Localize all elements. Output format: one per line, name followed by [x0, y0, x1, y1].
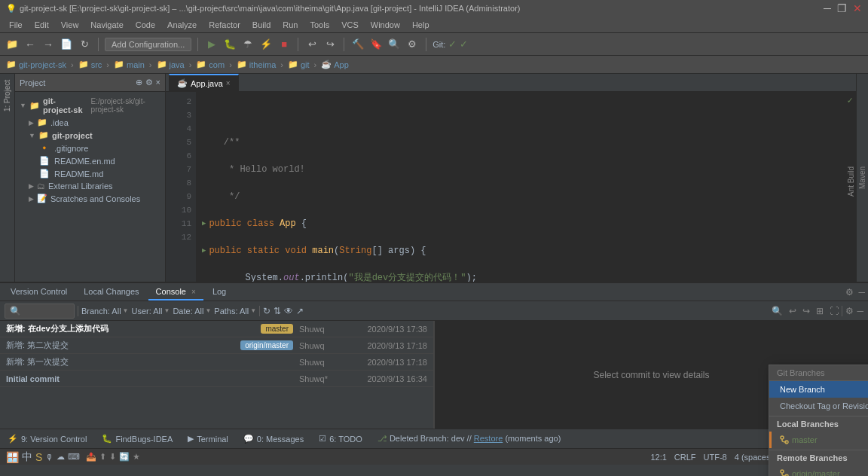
project-panel-header: Project ⊕ ⚙ × [15, 74, 165, 92]
maven-panel[interactable]: Maven Ant Build [856, 74, 868, 282]
maven-label[interactable]: Maven [857, 160, 868, 195]
toolbar-undo-icon[interactable]: ↩ [304, 37, 319, 52]
restore-link[interactable]: Restore [474, 434, 503, 443]
gear-icon[interactable]: ⚙ [145, 78, 153, 87]
tree-readme-en[interactable]: 📄 README.en.md [15, 154, 165, 167]
menu-view[interactable]: View [55, 19, 85, 31]
bottom-hide-icon[interactable]: ─ [858, 287, 865, 298]
titlebar-controls[interactable]: ─ ❐ ✕ [824, 2, 862, 14]
toolbar-bookmark-icon[interactable]: 🔖 [368, 37, 384, 52]
vc-tab-version-control[interactable]: ⚡ 9: Version Control [0, 431, 94, 447]
ctx-new-branch[interactable]: New Branch [769, 381, 868, 398]
menu-code[interactable]: Code [130, 19, 161, 31]
search2-icon[interactable]: 🔍 [772, 306, 783, 316]
bottom-settings-icon[interactable]: ⚙ [845, 287, 854, 298]
nav-git-project-sk[interactable]: 📁 git-project-sk [3, 58, 69, 71]
menu-build[interactable]: Build [246, 19, 277, 31]
menu-navigate[interactable]: Navigate [84, 19, 129, 31]
tree-root[interactable]: ▼ 📁 git-project-sk E:/project-sk/git-pro… [15, 95, 165, 116]
project-panel-label[interactable]: 1: Project [2, 74, 13, 117]
menu-file[interactable]: File [3, 19, 29, 31]
code-content[interactable]: /** * Hello world! */ ▶public class App … [196, 92, 844, 282]
search-input[interactable] [24, 307, 69, 316]
menu-edit[interactable]: Edit [29, 19, 55, 31]
user-filter-dropdown[interactable]: User: All ▼ [132, 307, 170, 316]
sync-icon[interactable]: ⊕ [136, 78, 142, 87]
nav-main[interactable]: 📁 main [111, 58, 148, 71]
vc-tab-messages[interactable]: 💬 0: Messages [236, 431, 311, 447]
tree-readme[interactable]: 📄 README.md [15, 167, 165, 180]
ctx-origin-master[interactable]: origin/master [769, 465, 868, 476]
search-filter[interactable]: 🔍 [5, 304, 75, 319]
ant-build-label[interactable]: Ant Build [845, 160, 857, 203]
menu-run[interactable]: Run [277, 19, 304, 31]
editor-tab-app[interactable]: ☕ App.java × [169, 74, 239, 91]
collapse-icon[interactable]: ⇅ [274, 306, 281, 316]
branch-filter-dropdown[interactable]: Branch: All ▼ [81, 307, 129, 316]
toolbar-git-icon[interactable]: ⚙ [405, 37, 420, 52]
tree-idea-folder[interactable]: ▶ 📁 .idea [15, 116, 165, 129]
toolbar-forward-icon[interactable]: → [41, 37, 56, 52]
tab-log[interactable]: Log [205, 284, 234, 301]
close-sidebar-icon[interactable]: × [156, 78, 160, 87]
vc-tab-findbugs[interactable]: 🐛 FindBugs-IDEA [94, 431, 180, 447]
toolbar-back-icon[interactable]: ← [23, 37, 38, 52]
toolbar-file-icon[interactable]: 📄 [59, 37, 74, 52]
undo-icon[interactable]: ↩ [789, 306, 796, 316]
tree-git-project-folder[interactable]: ▼ 📁 git-project [15, 129, 165, 142]
layout-icon[interactable]: ⊞ [816, 306, 824, 316]
nav-git[interactable]: 📁 git [285, 58, 313, 71]
restore-button[interactable]: ❐ [837, 2, 847, 14]
tab-version-control[interactable]: Version Control [3, 284, 75, 301]
toolbar-run-icon[interactable]: ▶ [204, 37, 219, 52]
toolbar-open-icon[interactable]: 📁 [5, 37, 20, 52]
toolbar-profiler-icon[interactable]: ⚡ [258, 37, 274, 52]
toolbar-redo-icon[interactable]: ↪ [322, 37, 338, 52]
menu-vcs[interactable]: VCS [335, 19, 365, 31]
tree-scratches[interactable]: ▶ 📝 Scratches and Consoles [15, 192, 165, 205]
redo-icon[interactable]: ↪ [802, 306, 810, 316]
minimize-button[interactable]: ─ [824, 2, 831, 14]
menu-window[interactable]: Window [365, 19, 406, 31]
toolbar-debug-icon[interactable]: 🐛 [222, 37, 237, 52]
tab-close-icon[interactable]: × [226, 79, 231, 87]
tree-external-libs[interactable]: ▶ 🗂 External Libraries [15, 180, 165, 192]
menu-analyze[interactable]: Analyze [161, 19, 203, 31]
nav-app[interactable]: ☕ App [318, 58, 352, 71]
menu-refactor[interactable]: Refactor [203, 19, 246, 31]
nav-src[interactable]: 📁 src [75, 58, 105, 71]
nav-com[interactable]: 📁 com [193, 58, 228, 71]
toolbar-coverage-icon[interactable]: ☂ [240, 37, 255, 52]
toolbar-search-icon[interactable]: 🔍 [387, 37, 402, 52]
refresh-icon[interactable]: ↻ [263, 306, 270, 316]
toolbar-stop-icon[interactable]: ■ [277, 37, 292, 52]
toolbar-hammer-icon[interactable]: 🔨 [350, 37, 365, 52]
code-editor[interactable]: 2 3 4 5 6 7 8 9 10 11 12 /** * Hello wor… [166, 92, 856, 282]
date-filter-dropdown[interactable]: Date: All ▼ [173, 307, 211, 316]
minus-icon[interactable]: ─ [857, 306, 863, 316]
tree-gitignore[interactable]: 🔸 .gitignore [15, 142, 165, 154]
ctx-checkout-tag[interactable]: Checkout Tag or Revision... [769, 398, 868, 414]
console-close-icon[interactable]: × [191, 288, 196, 296]
commit-row-3[interactable]: Initial commit Shuwq* 2020/9/13 16:34 [0, 371, 433, 387]
vc-tab-terminal[interactable]: ▶ Terminal [180, 431, 236, 447]
tab-console[interactable]: Console × [148, 284, 203, 301]
commit-row-2[interactable]: 新增: 第一次提交 Shuwq 2020/9/13 17:18 [0, 354, 433, 371]
commit-row-1[interactable]: 新增: 第二次提交 origin/master Shuwq 2020/9/13 … [0, 337, 433, 354]
close-button[interactable]: ✕ [853, 2, 862, 14]
paths-filter-dropdown[interactable]: Paths: All ▼ [214, 307, 256, 316]
share-icon[interactable]: ↗ [296, 306, 304, 316]
expand-icon[interactable]: ⛶ [830, 306, 839, 316]
commit-row-0[interactable]: 新增: 在dev分支上添加代码 master Shuwq 2020/9/13 1… [0, 321, 433, 337]
vc-tab-todo[interactable]: ☑ 6: TODO [311, 431, 370, 447]
tab-local-changes[interactable]: Local Changes [76, 284, 146, 301]
eye-icon[interactable]: 👁 [284, 306, 293, 316]
nav-itheima[interactable]: 📁 itheima [234, 58, 279, 71]
nav-java[interactable]: 📁 java [154, 58, 188, 71]
menu-tools[interactable]: Tools [304, 19, 335, 31]
toolbar-refresh-icon[interactable]: ↻ [77, 37, 92, 52]
add-configuration-button[interactable]: Add Configuration... [105, 38, 191, 51]
menu-help[interactable]: Help [406, 19, 436, 31]
settings-icon[interactable]: ⚙ [845, 306, 854, 316]
ctx-master-branch[interactable]: master › [769, 432, 868, 448]
